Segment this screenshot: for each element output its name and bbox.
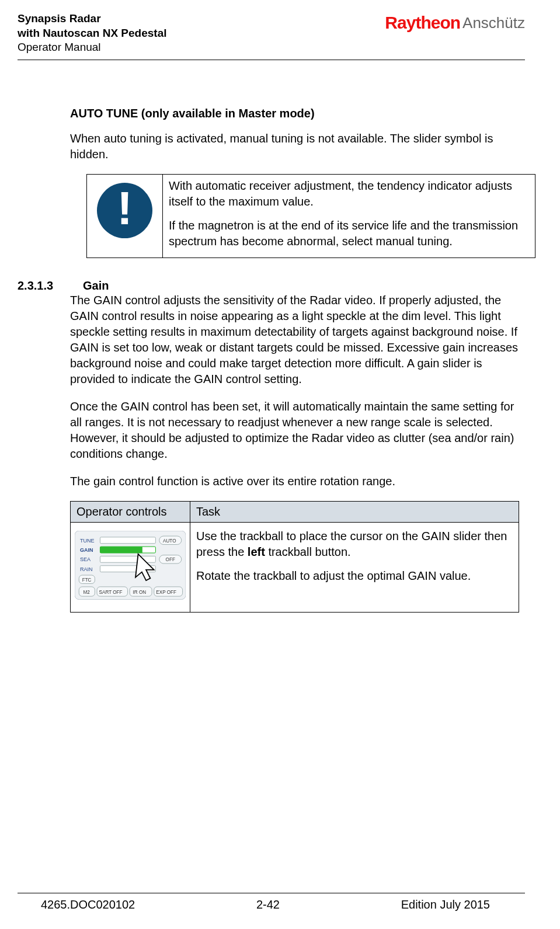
raytheon-logo: Raytheon <box>385 13 460 33</box>
autotune-para-1: When auto tuning is activated, manual tu… <box>70 131 519 162</box>
header-title-block: Synapsis Radar with Nautoscan NX Pedesta… <box>18 12 167 55</box>
gain-para-1: The GAIN control adjusts the sensitivity… <box>70 293 519 387</box>
svg-text:SART OFF: SART OFF <box>99 590 123 595</box>
task-step-1: Use the trackball to place the cursor on… <box>196 528 513 560</box>
operator-controls-cell: TUNE AUTO GAIN SEA OFF <box>71 523 190 613</box>
page-header: Synapsis Radar with Nautoscan NX Pedesta… <box>18 12 525 55</box>
footer-doc-number: 4265.DOC020102 <box>41 898 135 911</box>
brand-logo: Raytheon Anschütz <box>385 12 525 33</box>
footer-page-number: 2-42 <box>256 898 280 911</box>
notice-box: With automatic receiver adjustment, the … <box>86 174 535 258</box>
footer-rule <box>18 893 525 893</box>
table-header-operator-controls: Operator controls <box>71 502 190 523</box>
notice-text-cell: With automatic receiver adjustment, the … <box>163 175 535 258</box>
svg-text:AUTO: AUTO <box>163 538 176 544</box>
anschutz-logo: Anschütz <box>462 14 525 32</box>
panel-tune-label: TUNE <box>80 538 95 544</box>
operator-controls-table: Operator controls Task TUNE AUTO GAIN <box>70 501 519 613</box>
svg-rect-1 <box>100 537 155 544</box>
svg-text:M2: M2 <box>83 590 90 595</box>
task-step-2: Rotate the trackball to adjust the optim… <box>196 568 513 584</box>
section-number: 2.3.1.3 <box>18 279 58 293</box>
notice-text-1: With automatic receiver adjustment, the … <box>169 178 529 210</box>
gain-para-3: The gain control function is active over… <box>70 474 519 489</box>
footer-edition: Edition July 2015 <box>401 898 490 911</box>
header-line-3: Operator Manual <box>18 40 167 55</box>
page-footer: 4265.DOC020102 2-42 Edition July 2015 <box>18 893 525 911</box>
notice-icon-cell <box>87 175 163 258</box>
svg-rect-8 <box>100 556 155 562</box>
page-content: AUTO TUNE (only available in Master mode… <box>18 60 525 613</box>
table-header-task: Task <box>190 502 519 523</box>
svg-rect-6 <box>100 547 142 553</box>
svg-text:GAIN: GAIN <box>80 547 93 553</box>
svg-text:EXP OFF: EXP OFF <box>156 590 176 595</box>
notice-text-2: If the magnetron is at the end of its se… <box>169 218 529 249</box>
svg-text:IR ON: IR ON <box>133 590 147 595</box>
gain-para-2: Once the GAIN control has been set, it w… <box>70 399 519 462</box>
radar-panel-image: TUNE AUTO GAIN SEA OFF <box>75 531 186 600</box>
svg-text:FTC: FTC <box>82 577 92 583</box>
svg-text:RAIN: RAIN <box>80 566 93 572</box>
mandatory-action-icon <box>97 183 152 238</box>
section-heading-row: 2.3.1.3 Gain <box>70 279 519 293</box>
header-line-2: with Nautoscan NX Pedestal <box>18 26 167 41</box>
autotune-heading: AUTO TUNE (only available in Master mode… <box>70 107 519 120</box>
svg-text:SEA: SEA <box>80 557 91 563</box>
section-title: Gain <box>83 279 109 293</box>
header-line-1: Synapsis Radar <box>18 12 167 26</box>
svg-text:OFF: OFF <box>166 558 175 563</box>
task-cell: Use the trackball to place the cursor on… <box>190 523 519 613</box>
